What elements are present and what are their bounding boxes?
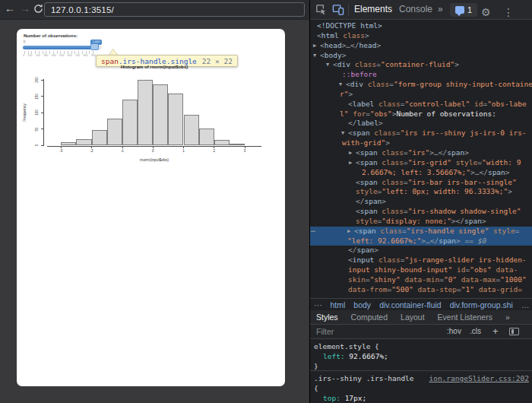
dom-row[interactable]: ▶<head>…</head>: [310, 41, 532, 51]
inspect-element-icon[interactable]: [315, 4, 327, 18]
url-bar[interactable]: 127.0.0.1:3515/: [44, 2, 305, 17]
x-tick-label: 0: [145, 149, 160, 153]
dom-row[interactable]: data-from="500" data-step="1" data-grid=: [310, 285, 532, 295]
histogram-bar: [153, 84, 168, 146]
dom-row[interactable]: </span>: [310, 197, 532, 207]
screenshot-root: ← → 127.0.0.1:3515/ Number of observatio…: [0, 0, 532, 403]
dom-row[interactable]: 2.6667%; left: 3.56667%;">…</span>: [310, 168, 532, 178]
x-tick: [183, 146, 184, 148]
dom-row[interactable]: <html class>: [310, 31, 532, 41]
expand-arrow-icon[interactable]: ▼: [339, 80, 342, 90]
tab-layout[interactable]: Layout: [401, 313, 425, 322]
breadcrumb-item[interactable]: div.form-group.shi: [450, 300, 513, 309]
dom-row[interactable]: <label class="control-label" id="obs-lab…: [310, 100, 532, 109]
breadcrumb-overflow-left-icon[interactable]: ⋯: [314, 300, 322, 309]
dom-row[interactable]: input shiny-bound-input" id="obs" data-: [310, 265, 532, 275]
y-tick-label: 0: [34, 140, 39, 151]
expand-arrow-icon[interactable]: ▶: [347, 227, 350, 236]
dom-row[interactable]: "left: 92.6667%;">…</span> == $0: [310, 236, 532, 246]
x-tick-label: -1: [115, 149, 130, 153]
y-axis-label: Frequency: [22, 97, 27, 128]
device-toolbar-icon[interactable]: [332, 4, 344, 18]
dom-row[interactable]: style="display: none;"></span>: [310, 217, 532, 227]
dom-row[interactable]: ▶<span class="irs-grid" style="width: 9: [310, 158, 532, 168]
expand-arrow-icon[interactable]: ▼: [326, 60, 329, 70]
dom-row[interactable]: <span class="irs-shadow shadow-single": [310, 207, 532, 217]
expand-arrow-icon[interactable]: ▶: [313, 41, 316, 51]
dom-row[interactable]: </span>: [310, 246, 532, 255]
dom-row[interactable]: ▼<div class="container-fluid">: [310, 60, 532, 70]
dom-row[interactable]: style="left: 0px; width: 96.3333%;">: [310, 187, 532, 197]
sidebar-toggle-icon[interactable]: [509, 328, 519, 335]
styles-tab-bar: Styles Computed Layout Event Listeners »: [310, 310, 532, 325]
dom-row[interactable]: ::before: [310, 70, 532, 80]
histogram-bar: [184, 115, 199, 145]
more-tabs-icon[interactable]: »: [438, 0, 443, 19]
dom-row[interactable]: ⋯▶<span class="irs-handle single" style=: [310, 227, 532, 236]
expand-arrow-icon[interactable]: ▼: [341, 129, 344, 138]
new-style-rule-button[interactable]: +: [492, 325, 499, 337]
back-icon[interactable]: ←: [5, 2, 15, 14]
stylesheet-source-link[interactable]: ion.rangeSlider.css:202: [429, 374, 529, 382]
tab-event-listeners[interactable]: Event Listeners: [438, 313, 492, 322]
x-tick: [153, 146, 154, 148]
more-actions-icon[interactable]: ⋯: [311, 227, 315, 236]
expand-arrow-icon[interactable]: ▶: [349, 148, 352, 158]
x-tick-label: 3: [237, 149, 252, 153]
expand-arrow-icon[interactable]: ▶: [349, 158, 352, 168]
breadcrumb-item[interactable]: html: [331, 300, 346, 309]
url-text: 127.0.0.1:3515/: [51, 5, 114, 14]
y-tick-label: 50: [34, 124, 39, 135]
dom-row[interactable]: <span class="irs-bar irs-bar--single": [310, 178, 532, 188]
breadcrumb-item[interactable]: div.container-fluid: [379, 300, 442, 309]
x-tick: [91, 146, 92, 148]
x-tick: [122, 146, 123, 148]
rule-irs-handle[interactable]: .irs--shiny .irs-handle: [314, 374, 414, 382]
histogram-bar: [61, 142, 76, 145]
tab-console[interactable]: Console: [399, 0, 432, 19]
browser-toolbar: ← → 127.0.0.1:3515/: [0, 0, 309, 20]
forward-icon[interactable]: →: [20, 2, 30, 14]
shiny-app-page: Number of observations: 0 1,000 01002003…: [17, 29, 285, 386]
dom-row[interactable]: r">: [310, 90, 532, 100]
styles-rules: element.style { left: 92.6667%; } .irs--…: [310, 339, 532, 403]
x-tick-label: -3: [53, 149, 68, 153]
dom-row[interactable]: ▼<span class="irs irs--shiny js-irs-0 ir…: [310, 129, 532, 138]
more-panels-icon[interactable]: »: [505, 313, 510, 322]
dom-row[interactable]: ▼<div class="form-group shiny-input-cont…: [310, 80, 532, 90]
breadcrumb-item[interactable]: body: [353, 300, 371, 309]
devtools-panel: Elements Console » 1 ⚙ ⋮ <!DOCTYPE html>…: [310, 0, 532, 403]
styles-filter-bar: Filter :hov .cls +: [310, 325, 532, 339]
reload-icon[interactable]: [33, 4, 43, 16]
expand-arrow-icon[interactable]: ▼: [313, 51, 316, 61]
dom-row[interactable]: ▶<span class="irs">…</span>: [310, 148, 532, 158]
issues-counter[interactable]: 1: [450, 3, 477, 17]
x-tick-label: -2: [84, 149, 100, 153]
css-declaration[interactable]: top: 17px;: [314, 394, 366, 402]
x-tick: [61, 146, 62, 148]
dom-row[interactable]: <!DOCTYPE html>: [310, 21, 532, 31]
dom-row[interactable]: ▼<body>: [310, 51, 532, 61]
breadcrumb-overflow-right-icon[interactable]: …: [521, 300, 530, 309]
tab-elements[interactable]: Elements: [354, 0, 392, 19]
y-tick: [41, 129, 43, 129]
dom-row[interactable]: l" for="obs">Number of observations:: [310, 109, 532, 119]
rule-element-style[interactable]: element.style {: [314, 342, 379, 351]
dom-row[interactable]: with-grid">: [310, 138, 532, 148]
x-tick-label: 1: [176, 149, 192, 153]
filter-input[interactable]: Filter: [316, 327, 334, 336]
histogram-plot: Histogram of rnorm(input$obs) Frequency …: [17, 29, 285, 386]
tab-styles[interactable]: Styles: [316, 313, 338, 322]
histogram-bar: [76, 139, 91, 145]
histogram-bar: [107, 119, 122, 145]
histogram-bar: [214, 140, 230, 145]
histogram-bar: [199, 129, 214, 145]
tab-computed[interactable]: Computed: [351, 313, 388, 322]
dom-row[interactable]: skin="shiny" data-min="0" data-max="1000…: [310, 275, 532, 285]
css-declaration[interactable]: left: 92.6667%;: [314, 352, 388, 360]
y-tick: [41, 113, 43, 113]
dom-row[interactable]: <input class="js-range-slider irs-hidden…: [310, 255, 532, 265]
dom-row[interactable]: </label>: [310, 119, 532, 129]
toggle-hov[interactable]: :hov: [447, 327, 461, 335]
toggle-cls[interactable]: .cls: [470, 327, 481, 335]
